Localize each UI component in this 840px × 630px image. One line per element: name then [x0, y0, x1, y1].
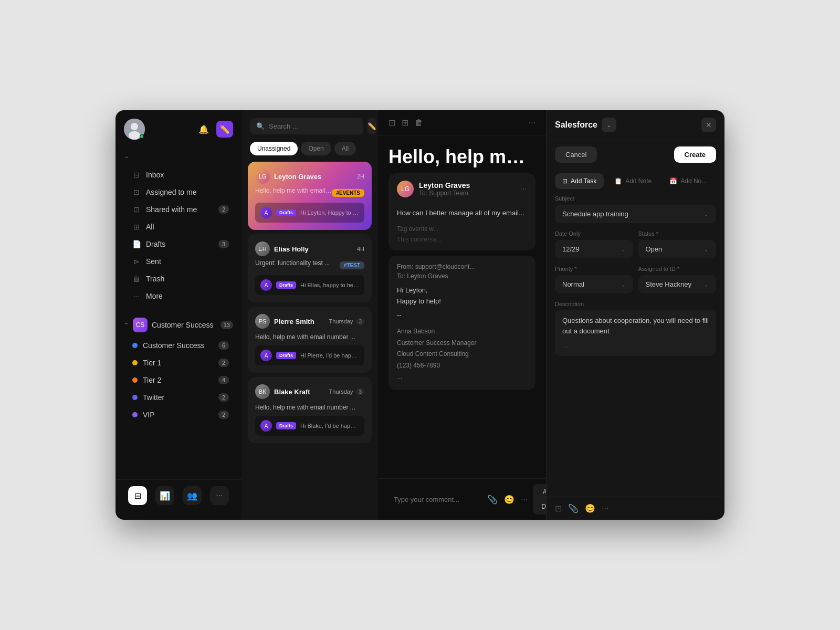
- more-options-icon[interactable]: ···: [529, 118, 536, 128]
- sf-title: Salesforce: [555, 120, 597, 130]
- sf-chevron-down-icon[interactable]: ⌄: [602, 118, 616, 132]
- sf-description-input[interactable]: Questions about cooperation, you will ne…: [555, 310, 716, 356]
- email-list-header: 🔍 ✏️: [242, 110, 378, 142]
- sf-tab-task[interactable]: ⊡ Add Task: [555, 173, 604, 189]
- attachment-icon[interactable]: 📎: [487, 495, 498, 505]
- notification-bell-button[interactable]: 🔔: [195, 121, 212, 138]
- sf-assigned-value: Steve Hackney: [646, 280, 704, 288]
- card-draft-row-3: A Drafts Hi Pierre, I'd be happy ...: [255, 345, 364, 365]
- sf-description-value: Questions about cooperation, you will ne…: [562, 317, 709, 335]
- sf-paperclip-icon[interactable]: 📎: [568, 503, 579, 513]
- sf-date-input[interactable]: 12/29 ⌄: [555, 240, 633, 258]
- sf-more-icon[interactable]: ···: [602, 503, 608, 513]
- sidebar-item-trash[interactable]: 🗑 Trash: [120, 270, 237, 287]
- task-icon: ⊡: [562, 177, 568, 185]
- thread-from: From: support@cloudcont...: [397, 263, 527, 270]
- sf-tab-na[interactable]: 📅 Add No...: [662, 173, 714, 189]
- filter-all[interactable]: All: [334, 142, 356, 155]
- email-cards-list: LG Leyton Graves 2H Hello, help me with …: [242, 162, 378, 520]
- svg-point-1: [131, 123, 138, 130]
- copy-icon[interactable]: ⊞: [402, 118, 408, 128]
- sf-subject-input[interactable]: Schedule app training ⌄: [555, 205, 716, 223]
- sidebar-label-cs: Customer Success: [143, 341, 204, 350]
- draft-label-2: Drafts: [276, 281, 296, 289]
- customer-success-group-header[interactable]: ⌃ CS Customer Success 13: [116, 313, 242, 337]
- compose-icon-button[interactable]: ✏️: [368, 118, 376, 134]
- sf-status-label: Status *: [638, 230, 717, 237]
- email-list-panel: 🔍 ✏️ Unassigned Open All LG Leyton Grave…: [242, 110, 378, 520]
- sf-status-input[interactable]: Open ⌄: [638, 240, 717, 258]
- sidebar-item-vip[interactable]: VIP 2: [120, 406, 237, 423]
- sf-description-field: Description Questions about cooperation,…: [555, 301, 716, 356]
- filter-unassigned[interactable]: Unassigned: [250, 142, 298, 155]
- assigned-icon: ⊡: [132, 188, 141, 196]
- more-comment-icon[interactable]: ···: [521, 495, 528, 505]
- sidebar-label-shared: Shared with me: [146, 205, 197, 214]
- email-card-3[interactable]: PS Pierre Smith Thursday 3 Hello, help m…: [248, 307, 372, 373]
- archive-icon[interactable]: ⊡: [388, 118, 395, 128]
- delete-icon[interactable]: 🗑: [415, 118, 423, 128]
- email-meta-avatar: LG: [397, 181, 414, 197]
- email-card-1[interactable]: LG Leyton Graves 2H Hello, help me with …: [248, 162, 372, 230]
- sidebar-item-inbox[interactable]: ⊟ Inbox: [120, 166, 237, 183]
- sf-status-chevron-icon: ⌄: [704, 246, 709, 253]
- compose-button[interactable]: ✏️: [216, 121, 233, 138]
- email-card-4[interactable]: BK Blake Kraft Thursday 3 Hello, help me…: [248, 377, 372, 443]
- sidebar-label-tier1: Tier 1: [143, 359, 161, 367]
- online-status-dot: [140, 134, 144, 139]
- sf-cancel-button[interactable]: Cancel: [555, 146, 597, 163]
- sidebar-item-twitter[interactable]: Twitter 2: [120, 389, 237, 406]
- sidebar-label-all: All: [146, 223, 154, 231]
- sidebar-item-all[interactable]: ⊞ All: [120, 218, 237, 235]
- filter-open[interactable]: Open: [301, 142, 331, 155]
- sf-attach-icon[interactable]: ⊡: [555, 503, 562, 513]
- sf-assigned-input[interactable]: Steve Hackney ⌄: [638, 275, 717, 293]
- sf-assigned-chevron-icon: ⌄: [704, 281, 709, 288]
- search-input[interactable]: [269, 122, 357, 130]
- sidebar-item-assigned[interactable]: ⊡ Assigned to me: [120, 184, 237, 201]
- search-icon: 🔍: [256, 122, 265, 130]
- trash-icon: 🗑: [132, 275, 141, 283]
- user-avatar-wrapper: [124, 119, 145, 140]
- comment-input[interactable]: [394, 496, 482, 503]
- footer-chart-button[interactable]: 📊: [155, 486, 174, 505]
- sidebar-item-more[interactable]: ··· More: [120, 288, 237, 304]
- app-container: 🔔 ✏️ ⌃ ⊟ Inbox ⊡ Assigned to me: [116, 110, 724, 520]
- tier1-color-dot: [132, 360, 138, 365]
- card-time-1: 2H: [357, 173, 364, 180]
- card-badge-3: 3: [356, 318, 364, 325]
- sf-priority-input[interactable]: Normal ⌄: [555, 275, 633, 293]
- emoji-icon[interactable]: 😊: [504, 495, 514, 505]
- sidebar-item-drafts[interactable]: 📄 Drafts 3: [120, 236, 237, 253]
- sf-tab-note[interactable]: 📋 Add Note: [607, 173, 659, 189]
- sidebar-item-tier1[interactable]: Tier 1 2: [120, 354, 237, 371]
- email-menu-icon[interactable]: ···: [520, 184, 527, 194]
- search-bar[interactable]: 🔍: [250, 118, 363, 134]
- card-time-2: 4H: [357, 246, 364, 252]
- footer-more-button[interactable]: ···: [210, 486, 229, 505]
- vip-badge: 2: [218, 411, 229, 419]
- footer-inbox-button[interactable]: ⊟: [128, 486, 147, 505]
- email-card-2[interactable]: EH Elias Holly 4H Urgent: functionality …: [248, 234, 372, 302]
- sf-priority-col: Priority * Normal ⌄: [555, 266, 633, 293]
- sf-create-button[interactable]: Create: [674, 146, 716, 163]
- conversation-note: This conversa...: [397, 236, 527, 243]
- draft-avatar-3: A: [260, 350, 272, 361]
- draft-avatar-2: A: [260, 279, 272, 291]
- card-tag-2: #TEST: [340, 261, 364, 269]
- sidebar-label-inbox: Inbox: [146, 171, 164, 179]
- section-collapse-toggle[interactable]: ⌃: [116, 152, 242, 166]
- sf-emoji-icon[interactable]: 😊: [585, 503, 595, 513]
- all-icon: ⊞: [132, 223, 141, 231]
- sf-header: Salesforce ⌄ ✕: [547, 110, 724, 140]
- vip-color-dot: [132, 412, 138, 417]
- sidebar-item-cs-main[interactable]: Customer Success 6: [120, 337, 237, 354]
- sidebar-item-tier2[interactable]: Tier 2 4: [120, 372, 237, 388]
- sf-close-button[interactable]: ✕: [701, 118, 716, 132]
- sf-date-chevron-icon: ⌄: [621, 246, 626, 253]
- sidebar-item-shared[interactable]: ⊡ Shared with me 2: [120, 201, 237, 218]
- sidebar-item-sent[interactable]: ⊳ Sent: [120, 253, 237, 270]
- footer-people-button[interactable]: 👥: [183, 486, 202, 505]
- sf-assigned-col: Assigned to ID * Steve Hackney ⌄: [638, 266, 717, 293]
- draft-text-2: Hi Elias, happy to help! ...: [300, 282, 359, 288]
